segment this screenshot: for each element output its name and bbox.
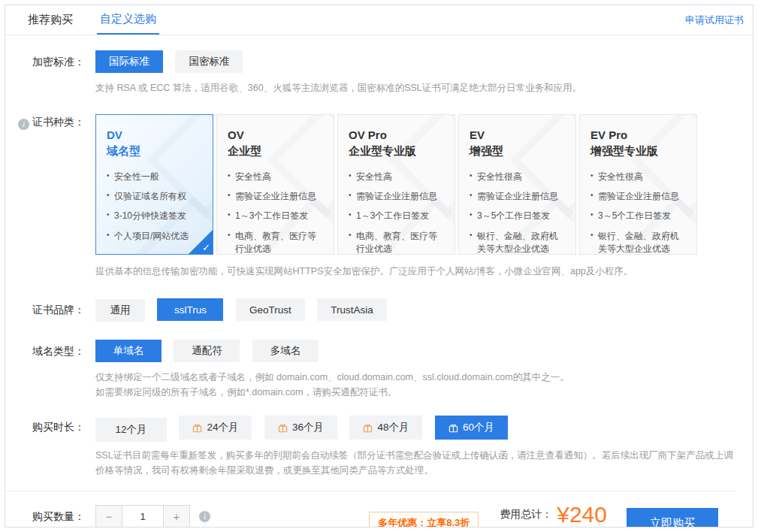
total-wrap: 费用总计： ¥240 原价：¥945 — [500, 503, 607, 527]
tab-recommended-purchase[interactable]: 推荐购买 — [25, 5, 76, 35]
card-title: EV Pro 增强型专业版 — [590, 127, 687, 159]
cert-card-ev[interactable]: EV 增强型 安全性很高 需验证企业注册信息 3～5个工作日签发 银行、金融、政… — [458, 114, 576, 255]
cert-card-ov[interactable]: OV 企业型 安全性高 需验证企业注册信息 1～3个工作日签发 电商、教育、医疗… — [216, 114, 334, 255]
brand-option-ssltrus[interactable]: sslTrus — [157, 298, 223, 321]
duration-option-12[interactable]: 12个月 — [95, 418, 167, 442]
card-bullets: 安全性很高 需验证企业注册信息 3～5个工作日签发 银行、金融、政府机关等大型企… — [590, 171, 687, 255]
cert-type-row: i证书种类： DV 域名型 安全性一般 仅验证域名所有权 3-10分钟快速签发 … — [5, 114, 736, 280]
duration-option-36[interactable]: 36个月 — [264, 416, 337, 440]
domain-option-single[interactable]: 单域名 — [95, 340, 162, 362]
card-title: EV 增强型 — [470, 127, 566, 159]
cert-card-ov-pro[interactable]: OV Pro 企业型专业版 安全性高 需验证企业注册信息 1～3个工作日签发 电… — [337, 114, 455, 255]
encryption-option-international[interactable]: 国际标准 — [95, 50, 163, 73]
duration-option-24[interactable]: 24个月 — [179, 416, 252, 440]
gift-icon — [363, 423, 373, 433]
duration-option-60[interactable]: 60个月 — [435, 416, 508, 440]
quantity-stepper: − 1 + — [95, 505, 190, 527]
promo-badge: 多年优惠：立享8.3折 — [369, 512, 479, 527]
check-icon: ✓ — [202, 242, 210, 253]
cert-card-dv[interactable]: DV 域名型 安全性一般 仅验证域名所有权 3-10分钟快速签发 个人项目/网站… — [95, 114, 213, 255]
info-icon: i — [199, 511, 210, 522]
encryption-standard-label: 加密标准： — [5, 50, 85, 69]
card-title: OV 企业型 — [228, 127, 325, 159]
encryption-helper-text: 支持 RSA 或 ECC 算法，适用谷歌、360、火狐等主流浏览器，国密标准的S… — [95, 80, 736, 96]
brand-row: 证书品牌： 通用 sslTrus GeoTrust TrustAsia — [5, 298, 736, 322]
cert-type-label-wrap: i证书种类： — [5, 114, 85, 130]
total-label: 费用总计： — [500, 508, 552, 521]
ssl-purchase-panel: 推荐购买 自定义选购 申请试用证书 加密标准： 国际标准 国密标准 支持 RSA… — [5, 5, 753, 527]
cert-type-cards: DV 域名型 安全性一般 仅验证域名所有权 3-10分钟快速签发 个人项目/网站… — [95, 114, 736, 255]
card-bullets: 安全性高 需验证企业注册信息 1～3个工作日签发 电商、教育、医疗等行业优选 — [349, 171, 445, 255]
quantity-label: 购买数量： — [5, 510, 85, 524]
gift-icon — [448, 423, 458, 433]
buy-now-button[interactable]: 立即购买 — [627, 508, 718, 527]
card-bullets: 安全性很高 需验证企业注册信息 3～5个工作日签发 银行、金融、政府机关等大型企… — [470, 171, 566, 255]
card-title: DV 域名型 — [107, 127, 204, 159]
card-bullets: 安全性高 需验证企业注册信息 1～3个工作日签发 电商、教育、医疗等行业优选 — [228, 171, 325, 255]
info-icon: i — [18, 119, 29, 130]
domain-type-helper-text: 仅支持绑定一个二级域名或者子域名，例如 domain.com、cloud.dom… — [95, 370, 736, 401]
gift-icon — [278, 423, 288, 433]
encryption-standard-row: 加密标准： 国际标准 国密标准 支持 RSA 或 ECC 算法，适用谷歌、360… — [5, 50, 736, 96]
brand-option-geotrust[interactable]: GeoTrust — [236, 298, 305, 321]
tab-bar: 推荐购买 自定义选购 申请试用证书 — [5, 5, 753, 35]
apply-trial-certificate-link[interactable]: 申请试用证书 — [685, 14, 744, 27]
quantity-increase-button[interactable]: + — [164, 506, 189, 527]
card-title: OV Pro 企业型专业版 — [349, 127, 445, 159]
cert-type-helper-text: 提供基本的信息传输加密功能，可快速实现网站HTTPS安全加密保护。广泛应用于个人… — [95, 264, 736, 280]
cert-card-ev-pro[interactable]: EV Pro 增强型专业版 安全性很高 需验证企业注册信息 3～5个工作日签发 … — [579, 114, 697, 255]
total-amount: ¥240 — [557, 503, 607, 526]
quantity-input[interactable]: 1 — [122, 506, 164, 527]
gift-icon — [192, 423, 202, 433]
encryption-option-national[interactable]: 国密标准 — [175, 50, 243, 73]
brand-option-trustasia[interactable]: TrustAsia — [317, 298, 387, 321]
cert-type-label: 证书种类： — [32, 116, 85, 128]
duration-notice-text: SSL证书目前需每年重新签发，购买多年的到期前会自动续签（部分证书需您配合验证或… — [95, 448, 736, 479]
duration-row: 购买时长： 12个月 24个月 36个月 48个月 60个月 SSL证书目前需每… — [5, 416, 736, 479]
domain-type-row: 域名类型： 单域名 通配符 多域名 仅支持绑定一个二级域名或者子域名，例如 do… — [5, 340, 736, 401]
domain-option-multi[interactable]: 多域名 — [252, 340, 319, 362]
quantity-decrease-button[interactable]: − — [96, 506, 122, 527]
domain-type-label: 域名类型： — [5, 340, 85, 358]
duration-option-48[interactable]: 48个月 — [349, 416, 422, 440]
tab-custom-purchase[interactable]: 自定义选购 — [97, 5, 159, 35]
brand-option-generic[interactable]: 通用 — [95, 299, 145, 322]
price-summary: 多年优惠：立享8.3折 费用总计： ¥240 原价：¥945 立即购买 — [369, 503, 718, 527]
domain-option-wildcard[interactable]: 通配符 — [174, 340, 240, 362]
purchase-footer: 购买数量： − 1 + i 自动续费： 账户余额足够时，证书到期后按年自动续费 — [5, 491, 736, 527]
brand-label: 证书品牌： — [5, 298, 85, 317]
duration-label: 购买时长： — [5, 416, 85, 434]
